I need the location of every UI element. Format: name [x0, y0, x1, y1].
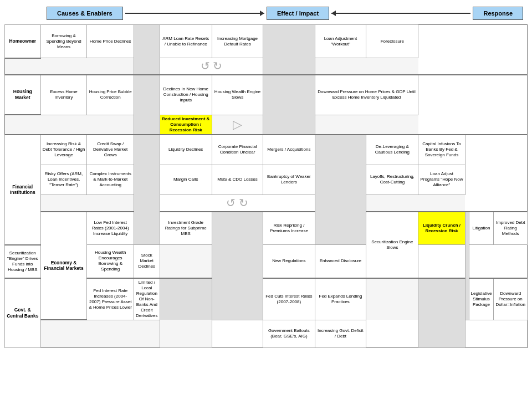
- govt-fed-cuts: Fed Cuts Interest Rates (2007-2008): [263, 278, 315, 320]
- housing-excess-inventory: Excess Home Inventory: [40, 75, 87, 115]
- fin-bankruptcy: Bankruptcy of Weaker Lenders: [263, 165, 315, 195]
- govt-fed-expands: Fed Expands Lending Practices: [315, 278, 366, 320]
- housing-wealth-slows: Housing Wealth Engine Slows: [212, 75, 263, 115]
- response-header: Response: [473, 7, 523, 20]
- fin-risky-offers: Risky Offers (ARM, Loan Incentives, "Tea…: [40, 165, 87, 195]
- fin-margin-calls: Margin Calls: [160, 165, 212, 195]
- econ-litigation: Litigation: [469, 212, 494, 245]
- govt-increasing-deficit: Increasing Govt. Deficit / Debt: [315, 320, 366, 347]
- liquidity-crunch-highlight: Liquidity Crunch / Recession Risk: [418, 212, 465, 245]
- govt-limited-regulation: Limited / Local Regulation Of Non-Banks …: [134, 278, 160, 320]
- homeowner-mortgage: Increasing Mortgage Default Rates: [212, 25, 263, 58]
- housing-bubble: Housing Price Bubble Correction: [87, 75, 134, 115]
- effect-header: Effect / Impact: [267, 7, 329, 20]
- econ-new-regulations: New Regulations: [263, 245, 315, 278]
- econ-improved-debt: Improved Debt Rating Methods: [494, 212, 528, 245]
- housing-downward-pressure: Downward Pressure on Home Prices & GDP U…: [315, 75, 418, 115]
- homeowner-label: Homeowner: [5, 25, 41, 58]
- fin-credit-swap: Credit Swap / Derivative Market Grows: [87, 135, 134, 165]
- reduced-investment-highlight: Reduced Investment & Consumption / Reces…: [160, 115, 212, 135]
- fin-complex-instruments: Complex Instruments & Mark-to-Market Acc…: [87, 165, 134, 195]
- econ-stock-market: Stock Market Declines: [134, 245, 160, 278]
- homeowner-arm: ARM Loan Rate Resets / Unable to Refinan…: [160, 25, 212, 58]
- econ-securitization-engine: Securitization "Engine" Drives Funds int…: [5, 245, 41, 278]
- fin-layoffs: Layoffs, Restructuring, Cost-Cutting: [366, 165, 418, 195]
- econ-investment-grade: Investment Grade Ratings for Subprime MB…: [160, 212, 212, 245]
- fin-loan-adjust: Loan Adjust Programs "Hope Now Alliance": [418, 165, 465, 195]
- econ-securitization: Securitization Engine Slows: [366, 212, 418, 278]
- fin-corporate-condition: Corporate Financial Condition Unclear: [212, 135, 263, 165]
- govt-fed-interest: Fed Interest Rate Increases (2004-2007) …: [87, 278, 134, 320]
- fin-liquidity-declines: Liquidity Declines: [160, 135, 212, 165]
- financial-inst-label: Financial Institutions: [5, 135, 41, 245]
- housing-declines: Declines In New Home Construction / Hous…: [160, 75, 212, 115]
- fin-deleveraging: De-Leveraging & Cautious Lending: [366, 135, 418, 165]
- homeowner-home-price: Home Price Declines: [87, 25, 134, 58]
- homeowner-loan-adj: Loan Adjustment "Workout": [315, 25, 366, 58]
- fin-mbs-cdo: MBS & CDO Losses: [212, 165, 263, 195]
- econ-housing-wealth: Housing Wealth Encourages Borrowing & Sp…: [87, 245, 134, 278]
- housing-market-label: Housing Market: [5, 75, 41, 115]
- fin-risk-tolerance: Increasing Risk & Debt Tolerance / High …: [40, 135, 87, 165]
- economy-label: Economy & Financial Markets: [40, 212, 87, 320]
- econ-low-fed-rates: Low Fed Interest Rates (2001-2004) Incre…: [87, 212, 134, 245]
- govt-legislative: Legislative Stimulus Package: [469, 278, 494, 320]
- homeowner-borrowing: Borrowing & Spending Beyond Means: [40, 25, 87, 58]
- homeowner-foreclosure: Foreclosure: [366, 25, 418, 58]
- fin-capital-infusions: Capital Infusions To Banks By Fed & Sove…: [418, 135, 465, 165]
- govt-label: Govt. & Central Banks: [5, 278, 41, 348]
- causes-header: Causes & Enablers: [47, 7, 123, 20]
- govt-downward-pressure: Downward Pressure on Dollar=Inflation: [494, 278, 528, 320]
- econ-risk-repricing: Risk Repricing / Premiums Increase: [263, 212, 315, 245]
- econ-enhanced-disclosure: Enhanced Disclosure: [315, 245, 366, 278]
- fin-mergers: Mergers / Acquisitions: [263, 135, 315, 165]
- govt-bailouts: Government Bailouts (Bear, GSE's, AIG): [263, 320, 315, 347]
